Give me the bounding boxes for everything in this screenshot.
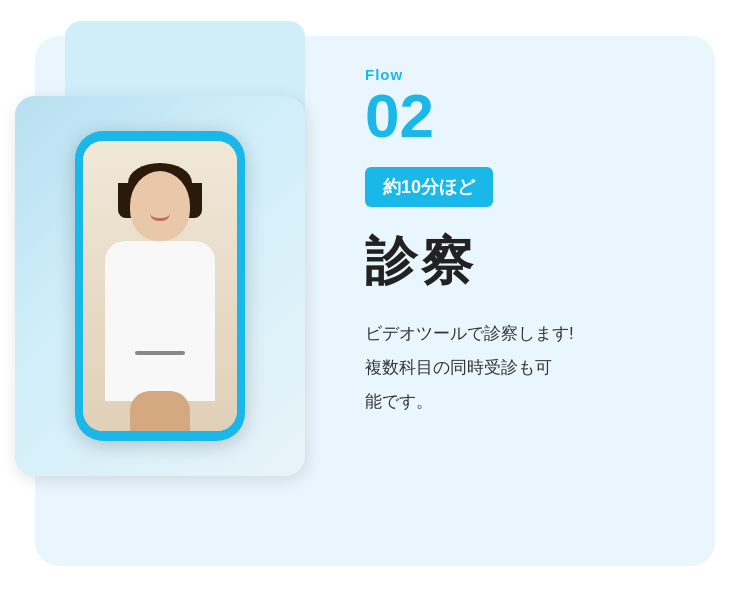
doctor-image-section	[15, 96, 305, 476]
time-badge: 約10分ほど	[365, 167, 493, 207]
doctor-body	[105, 241, 215, 401]
description: ビデオツールで診察します! 複数科目の同時受診も可 能です。	[365, 317, 685, 419]
phone-mockup	[15, 96, 305, 476]
main-title: 診察	[365, 227, 685, 297]
description-line1: ビデオツールで診察します!	[365, 324, 574, 343]
flow-card: Flow 02 約10分ほど 診察 ビデオツールで診察します! 複数科目の同時受…	[35, 36, 715, 566]
description-line3: 能です。	[365, 392, 433, 411]
description-line2: 複数科目の同時受診も可	[365, 358, 552, 377]
hand-holding	[130, 391, 190, 431]
phone-frame	[75, 131, 245, 441]
phone-screen	[83, 141, 237, 431]
doctor-figure	[83, 141, 237, 431]
doctor-stethoscope	[135, 351, 185, 355]
content-section: Flow 02 約10分ほど 診察 ビデオツールで診察します! 複数科目の同時受…	[325, 36, 715, 449]
flow-number: 02	[365, 85, 685, 147]
doctor-head	[130, 171, 190, 241]
